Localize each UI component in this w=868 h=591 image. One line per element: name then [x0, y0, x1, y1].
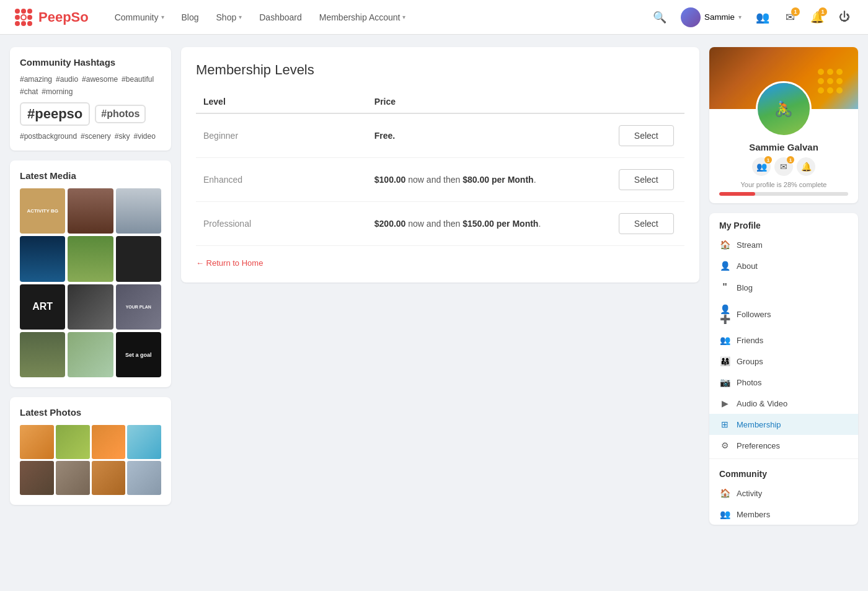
membership-icon: ⊞: [719, 419, 730, 429]
hashtag-photos[interactable]: #photos: [95, 105, 146, 123]
hashtag-list: #amazing #audio #awesome #beautiful #cha…: [20, 75, 161, 141]
latest-photos-title: Latest Photos: [20, 407, 161, 418]
select-button-beginner[interactable]: Select: [619, 125, 674, 146]
level-price-beginner: Free.: [374, 131, 395, 141]
profile-friends-button[interactable]: 👥1: [752, 157, 771, 176]
messages-button[interactable]: ✉ 1: [779, 6, 801, 28]
menu-item-audio-video[interactable]: ▶ Audio & Video: [709, 393, 858, 414]
menu-item-friends[interactable]: 👥 Friends: [709, 330, 858, 351]
list-item[interactable]: [116, 236, 161, 281]
menu-item-activity[interactable]: 🏠 Activity: [709, 483, 858, 504]
hashtag-morning[interactable]: #morning: [42, 87, 73, 96]
list-item[interactable]: [116, 188, 161, 234]
select-button-professional[interactable]: Select: [619, 213, 674, 234]
list-item[interactable]: [68, 188, 113, 234]
hashtag-beautiful[interactable]: #beautiful: [122, 75, 154, 84]
nav-blog[interactable]: Blog: [174, 7, 206, 27]
latest-media-title: Latest Media: [20, 170, 161, 181]
search-button[interactable]: 🔍: [649, 6, 671, 28]
hashtag-peepso[interactable]: #peepso: [20, 102, 90, 126]
chevron-down-icon: ▾: [239, 14, 242, 20]
progress-bar: [719, 192, 848, 196]
list-item[interactable]: [20, 332, 65, 377]
list-item[interactable]: [20, 236, 65, 281]
hashtag-awesome[interactable]: #awesome: [82, 75, 118, 84]
menu-item-members[interactable]: 👥 Members: [709, 504, 858, 525]
list-item[interactable]: Set a goal: [116, 332, 161, 377]
list-item[interactable]: [20, 425, 54, 459]
header-actions: 🔍 Sammie ▾ 👥 ✉ 1 🔔 1 ⏻: [649, 5, 856, 30]
list-item[interactable]: [68, 236, 113, 281]
list-item[interactable]: [68, 332, 113, 377]
logo[interactable]: PeepSo: [12, 6, 89, 28]
home-icon: 🏠: [719, 240, 730, 250]
list-item[interactable]: [92, 425, 126, 459]
hashtag-chat[interactable]: #chat: [20, 87, 38, 96]
select-button-enhanced[interactable]: Select: [619, 169, 674, 190]
menu-item-membership[interactable]: ⊞ Membership: [709, 414, 858, 435]
hashtag-video[interactable]: #video: [133, 132, 155, 141]
list-item[interactable]: ACTIVITY BG: [20, 188, 65, 234]
hashtag-scenery[interactable]: #scenery: [81, 132, 111, 141]
list-item[interactable]: [20, 461, 54, 495]
profile-notifications-button[interactable]: 🔔: [797, 157, 815, 176]
page-layout: Community Hashtags #amazing #audio #awes…: [0, 35, 868, 537]
hashtag-amazing[interactable]: #amazing: [20, 75, 52, 84]
community-section-title: Community: [709, 462, 858, 483]
my-profile-section-title: My Profile: [709, 213, 858, 234]
user-menu-button[interactable]: Sammie ▾: [676, 5, 746, 30]
list-item[interactable]: [68, 284, 113, 330]
table-row: Professional $200.00 now and then $150.0…: [196, 202, 684, 246]
list-item[interactable]: [127, 425, 161, 459]
friends-icon: 👥: [719, 335, 730, 345]
menu-item-about[interactable]: 👤 About: [709, 255, 858, 276]
list-item[interactable]: [127, 461, 161, 495]
power-button[interactable]: ⏻: [833, 6, 856, 28]
menu-item-groups[interactable]: 👨‍👩‍👧 Groups: [709, 351, 858, 372]
profile-messages-button[interactable]: ✉1: [774, 157, 793, 176]
nav-community[interactable]: Community ▾: [107, 7, 172, 27]
friends-button[interactable]: 👥: [751, 6, 774, 28]
avatar: [681, 7, 701, 27]
chevron-down-icon: ▾: [738, 14, 742, 20]
list-item[interactable]: [56, 425, 90, 459]
nav-dashboard[interactable]: Dashboard: [252, 7, 309, 27]
list-item[interactable]: ART: [20, 284, 65, 330]
menu-item-blog[interactable]: " Blog: [709, 276, 858, 299]
menu-label-preferences: Preferences: [737, 441, 780, 450]
hashtag-postbackground[interactable]: #postbackground: [20, 132, 77, 141]
svg-point-5: [27, 15, 32, 20]
menu-item-preferences[interactable]: ⚙ Preferences: [709, 435, 858, 456]
profile-menu-card: My Profile 🏠 Stream 👤 About " Blog 👤➕ Fo…: [709, 213, 858, 525]
avatar: 🚴: [756, 81, 812, 137]
gear-icon: ⚙: [719, 440, 730, 450]
nav-membership-account[interactable]: Membership Account ▾: [312, 7, 414, 27]
svg-point-2: [27, 9, 32, 14]
menu-item-stream[interactable]: 🏠 Stream: [709, 234, 858, 255]
logo-text: PeepSo: [38, 9, 89, 25]
col-level: Level: [196, 90, 367, 113]
svg-point-1: [21, 9, 26, 14]
chevron-down-icon: ▾: [402, 14, 405, 20]
svg-point-10: [827, 69, 833, 75]
menu-item-followers[interactable]: 👤➕ Followers: [709, 299, 858, 330]
list-item[interactable]: [92, 461, 126, 495]
svg-point-6: [15, 21, 20, 26]
notifications-button[interactable]: 🔔 1: [806, 6, 828, 28]
menu-label-activity: Activity: [737, 489, 762, 498]
profile-name: Sammie Galvan: [719, 142, 848, 152]
svg-point-0: [15, 9, 20, 14]
nav-shop[interactable]: Shop ▾: [209, 7, 250, 27]
hashtag-audio[interactable]: #audio: [56, 75, 78, 84]
hashtag-sky[interactable]: #sky: [115, 132, 130, 141]
membership-levels-table: Level Price Beginner Free. Select Enhanc…: [196, 90, 684, 246]
list-item[interactable]: YOUR PLAN: [116, 284, 161, 330]
return-home-link[interactable]: ← Return to Home: [196, 258, 263, 268]
menu-item-photos[interactable]: 📷 Photos: [709, 372, 858, 393]
page-title: Membership Levels: [196, 62, 684, 78]
left-sidebar: Community Hashtags #amazing #audio #awes…: [10, 47, 171, 525]
list-item[interactable]: [56, 461, 90, 495]
peepso-logo-icon: [12, 6, 35, 28]
blog-icon: ": [719, 282, 730, 293]
user-name-label: Sammie: [704, 12, 735, 22]
